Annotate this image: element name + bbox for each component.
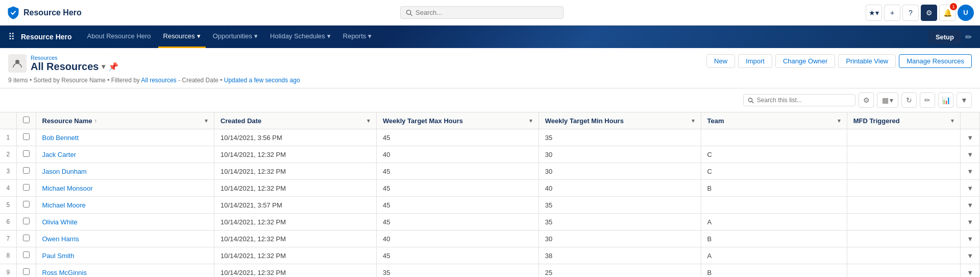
row-checkbox[interactable] [23, 133, 30, 140]
filter-button[interactable]: ▼ [957, 93, 972, 108]
resource-name-link[interactable]: Olivia White [42, 218, 78, 226]
resources-caret-icon: ▾ [197, 32, 201, 40]
row-checkbox-cell[interactable] [16, 163, 36, 180]
row-checkbox[interactable] [23, 167, 30, 174]
resource-name-link[interactable]: Jack Carter [42, 151, 76, 158]
row-checkbox[interactable] [23, 268, 30, 275]
col-header-min-hours[interactable]: Weekly Target Min Hours ▾ [538, 112, 701, 129]
resource-name-link[interactable]: Ross McGinnis [42, 269, 87, 276]
row-checkbox[interactable] [23, 251, 30, 258]
refresh-button[interactable]: ↻ [901, 93, 917, 108]
list-pin-icon[interactable]: 📌 [108, 62, 118, 72]
row-checkbox-cell[interactable] [16, 247, 36, 264]
user-avatar[interactable]: U [958, 5, 974, 21]
change-owner-button[interactable]: Change Owner [775, 54, 835, 68]
row-checkbox-cell[interactable] [16, 264, 36, 278]
nav-item-about[interactable]: About Resource Hero [82, 26, 156, 48]
new-button[interactable]: New [706, 54, 735, 68]
row-checkbox[interactable] [23, 218, 30, 224]
row-checkbox-cell[interactable] [16, 146, 36, 163]
settings-toolbar-button[interactable]: ⚙ [859, 93, 874, 108]
manage-resources-button[interactable]: Manage Resources [899, 54, 972, 68]
add-button[interactable]: + [884, 5, 900, 21]
search-list-input[interactable] [757, 97, 851, 104]
row-action-dropdown[interactable]: ▼ [961, 129, 980, 146]
import-button[interactable]: Import [738, 54, 772, 68]
row-number: 9 [0, 264, 16, 278]
chart-button[interactable]: 📊 [938, 93, 953, 108]
resource-name-link[interactable]: Michael Monsoor [42, 184, 93, 192]
svg-line-1 [410, 14, 412, 15]
resource-name-link[interactable]: Jason Dunham [42, 168, 87, 175]
row-action-dropdown[interactable]: ▼ [961, 264, 980, 278]
grid-menu-icon[interactable]: ⠿ [8, 31, 15, 42]
table-row: 2 Jack Carter 10/14/2021, 12:32 PM 40 30… [0, 146, 980, 163]
nav-item-holiday-schedules[interactable]: Holiday Schedules ▾ [265, 26, 336, 48]
row-action-dropdown[interactable]: ▼ [961, 247, 980, 264]
gear-toolbar-icon: ⚙ [863, 96, 870, 104]
row-action-dropdown[interactable]: ▼ [961, 197, 980, 214]
created-date-cell: 10/14/2021, 12:32 PM [214, 230, 377, 247]
printable-view-button[interactable]: Printable View [838, 54, 896, 68]
search-bar[interactable] [400, 6, 564, 19]
row-action-dropdown[interactable]: ▼ [961, 163, 980, 180]
row-checkbox-cell[interactable] [16, 129, 36, 146]
row-checkbox[interactable] [23, 150, 30, 157]
list-title-caret-icon[interactable]: ▾ [102, 62, 105, 71]
select-all-checkbox[interactable] [23, 117, 30, 123]
global-search-input[interactable] [415, 9, 558, 16]
col-header-mfd[interactable]: MFD Triggered ▾ [847, 112, 961, 129]
list-header: Resources All Resources ▾ 📌 New Import C… [0, 48, 980, 88]
row-checkbox[interactable] [23, 201, 30, 207]
row-checkbox-cell[interactable] [16, 197, 36, 214]
view-toggle-button[interactable]: ▦ ▾ [877, 93, 898, 108]
list-filter-link[interactable]: All resources [141, 77, 177, 84]
resource-name-link[interactable]: Michael Moore [42, 201, 86, 209]
name-sort-icon: ↑ [94, 118, 97, 124]
list-title: All Resources ▾ 📌 [31, 61, 118, 73]
row-action-dropdown[interactable]: ▼ [961, 180, 980, 197]
row-checkbox-cell[interactable] [16, 180, 36, 197]
row-number: 8 [0, 247, 16, 264]
breadcrumb[interactable]: Resources [31, 55, 118, 61]
col-header-name[interactable]: Resource Name ↑ ▾ [36, 112, 214, 129]
col-header-created-date[interactable]: Created Date ▾ [214, 112, 377, 129]
row-action-dropdown[interactable]: ▼ [961, 214, 980, 230]
notifications-button[interactable]: 🔔 1 [939, 5, 955, 21]
pencil-icon: ✏ [924, 96, 930, 104]
resource-name-link[interactable]: Bob Bennett [42, 134, 79, 142]
resource-name-cell: Jack Carter [36, 146, 214, 163]
row-action-dropdown[interactable]: ▼ [961, 146, 980, 163]
col-header-max-hours[interactable]: Weekly Target Max Hours ▾ [376, 112, 538, 129]
row-checkbox-cell[interactable] [16, 214, 36, 230]
col-header-team[interactable]: Team ▾ [701, 112, 847, 129]
team-filter-icon[interactable]: ▾ [838, 118, 841, 124]
row-checkbox-cell[interactable] [16, 230, 36, 247]
maxhrs-filter-icon[interactable]: ▾ [529, 118, 532, 124]
mfd-cell [847, 180, 961, 197]
resource-name-link[interactable]: Owen Harris [42, 235, 79, 243]
col-num [0, 112, 16, 129]
row-checkbox[interactable] [23, 184, 30, 191]
row-checkbox[interactable] [23, 235, 30, 241]
setup-button[interactable]: ⚙ [921, 5, 937, 21]
edit-nav-icon[interactable]: ✏ [965, 32, 972, 42]
minhrs-filter-icon[interactable]: ▾ [692, 118, 695, 124]
help-button[interactable]: ? [902, 5, 919, 21]
nav-item-resources[interactable]: Resources ▾ [158, 26, 206, 48]
col-check-all[interactable] [16, 112, 36, 129]
setup-nav-button[interactable]: Setup [928, 30, 961, 44]
row-number: 3 [0, 163, 16, 180]
favorites-button[interactable]: ★▾ [866, 5, 882, 21]
date-filter-icon[interactable]: ▾ [367, 118, 370, 124]
search-list-container[interactable] [743, 94, 855, 106]
row-action-dropdown[interactable]: ▼ [961, 230, 980, 247]
nav-item-reports[interactable]: Reports ▾ [338, 26, 377, 48]
nav-item-opportunities[interactable]: Opportunities ▾ [208, 26, 263, 48]
edit-list-button[interactable]: ✏ [920, 93, 935, 108]
chart-icon: 📊 [942, 96, 950, 104]
resource-name-link[interactable]: Paul Smith [42, 252, 75, 260]
name-filter-icon[interactable]: ▾ [205, 118, 208, 124]
global-search [102, 6, 862, 19]
mfd-filter-icon[interactable]: ▾ [951, 118, 954, 124]
